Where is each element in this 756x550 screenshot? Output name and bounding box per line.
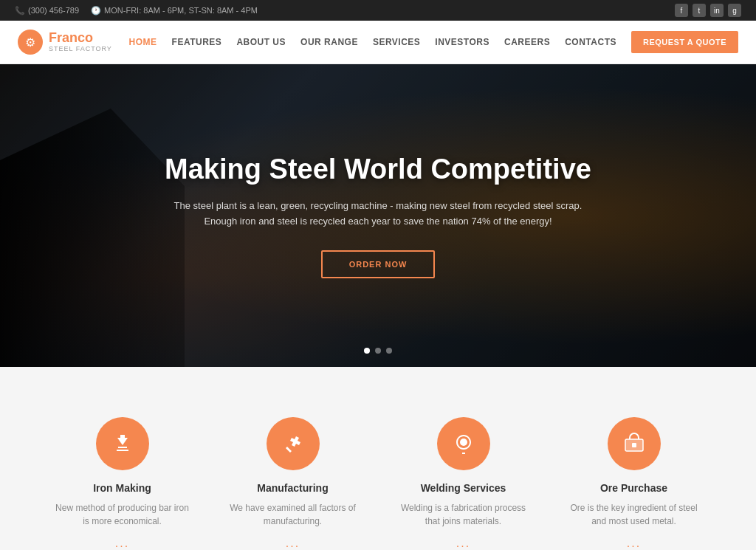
hero-subtitle-line2: Enough iron and steel is recycled each y…: [204, 216, 551, 227]
welding-title: Welding Services: [396, 482, 531, 494]
manufacturing-more[interactable]: ...: [225, 537, 360, 550]
ore-purchase-desc: Ore is the key ingredient of steel and m…: [566, 501, 701, 528]
clock-icon: 🕐: [91, 6, 101, 16]
request-quote-button[interactable]: REQUEST A QUOTE: [631, 31, 738, 53]
nav-home[interactable]: HOME: [129, 37, 157, 47]
hours-text: MON-FRI: 8AM - 6PM, ST-SN: 8AM - 4PM: [104, 6, 258, 15]
service-manufacturing: Manufacturing We have examined all facto…: [216, 405, 369, 550]
hero-title: Making Steel World Competitive: [165, 153, 591, 187]
phone-info: 📞 (300) 456-789: [15, 6, 79, 16]
hero-content: Making Steel World Competitive The steel…: [150, 153, 606, 278]
iron-making-desc: New method of producing bar iron is more…: [55, 501, 190, 528]
svg-rect-2: [632, 443, 636, 447]
logo-sub: STEEL FACTORY: [49, 46, 112, 53]
main-nav: HOME FEATURES ABOUT US OUR RANGE SERVICE…: [129, 31, 738, 53]
welding-icon: [437, 417, 490, 470]
facebook-icon[interactable]: f: [675, 4, 688, 17]
logo-text: Franco STEEL FACTORY: [49, 31, 112, 53]
nav-about[interactable]: ABOUT US: [236, 37, 286, 47]
manufacturing-desc: We have examined all factors of manufact…: [225, 501, 360, 528]
iron-making-more[interactable]: ...: [55, 537, 190, 550]
ore-purchase-icon: [608, 417, 661, 470]
logo-icon: ⚙: [18, 30, 43, 55]
service-iron-making: Iron Making New method of producing bar …: [46, 405, 199, 550]
service-ore-purchase: Ore Purchase Ore is the key ingredient o…: [557, 405, 710, 550]
nav-investors[interactable]: INVESTORS: [435, 37, 489, 47]
phone-number: (300) 456-789: [28, 6, 79, 15]
social-links: f t in g: [675, 4, 741, 17]
header: ⚙ Franco STEEL FACTORY HOME FEATURES ABO…: [0, 21, 756, 64]
logo-brand: Franco: [49, 31, 112, 46]
order-now-button[interactable]: ORDER NOW: [321, 250, 436, 278]
logo: ⚙ Franco STEEL FACTORY: [18, 30, 112, 55]
nav-range[interactable]: OUR RANGE: [300, 37, 358, 47]
hero-dots: [364, 348, 392, 354]
instagram-icon[interactable]: in: [710, 4, 724, 17]
top-bar: 📞 (300) 456-789 🕐 MON-FRI: 8AM - 6PM, ST…: [0, 0, 756, 21]
twitter-icon[interactable]: t: [693, 4, 706, 17]
svg-point-0: [460, 439, 467, 446]
services-grid: Iron Making New method of producing bar …: [46, 405, 710, 550]
ore-purchase-title: Ore Purchase: [566, 482, 701, 494]
hero-subtitle-line1: The steel plant is a lean, green, recycl…: [174, 200, 583, 211]
hero-section: Making Steel World Competitive The steel…: [0, 64, 756, 367]
ore-purchase-more[interactable]: ...: [566, 537, 701, 550]
hero-dot-2[interactable]: [375, 348, 381, 354]
services-section: Iron Making New method of producing bar …: [0, 367, 756, 550]
nav-careers[interactable]: CAREERS: [504, 37, 550, 47]
top-bar-left: 📞 (300) 456-789 🕐 MON-FRI: 8AM - 6PM, ST…: [15, 6, 258, 16]
welding-more[interactable]: ...: [396, 537, 531, 550]
google-icon[interactable]: g: [728, 4, 741, 17]
hero-subtitle: The steel plant is a lean, green, recycl…: [165, 199, 591, 230]
hero-dot-1[interactable]: [364, 348, 370, 354]
iron-making-icon: [96, 417, 149, 470]
manufacturing-icon: [267, 417, 320, 470]
phone-icon: 📞: [15, 6, 25, 16]
service-welding: Welding Services Welding is a fabricatio…: [387, 405, 540, 550]
hours-info: 🕐 MON-FRI: 8AM - 6PM, ST-SN: 8AM - 4PM: [91, 6, 258, 16]
welding-desc: Welding is a fabrication process that jo…: [396, 501, 531, 528]
nav-features[interactable]: FEATURES: [172, 37, 222, 47]
manufacturing-title: Manufacturing: [225, 482, 360, 494]
nav-contacts[interactable]: CONTACTS: [565, 37, 616, 47]
iron-making-title: Iron Making: [55, 482, 190, 494]
nav-services[interactable]: SERVICES: [373, 37, 420, 47]
hero-dot-3[interactable]: [386, 348, 392, 354]
